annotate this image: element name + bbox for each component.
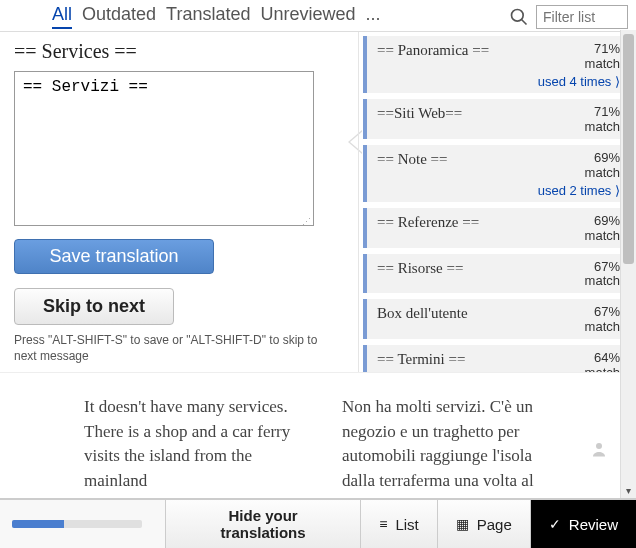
- tab-more[interactable]: ...: [366, 4, 381, 29]
- suggestion-item[interactable]: == Note == 69%match used 2 times ⟩: [363, 145, 628, 202]
- save-translation-button[interactable]: Save translation: [14, 239, 214, 274]
- review-button[interactable]: ✓ Review: [530, 500, 636, 548]
- page-view-button[interactable]: ▦ Page: [437, 500, 530, 548]
- hide-translations-button[interactable]: Hide your translations: [165, 500, 360, 548]
- progress-bar: [0, 500, 165, 548]
- skip-to-next-button[interactable]: Skip to next: [14, 288, 174, 325]
- source-text: == Services ==: [14, 40, 344, 63]
- suggestion-score: 69%match: [579, 214, 620, 244]
- resize-handle-icon[interactable]: ⋰: [302, 217, 310, 227]
- suggestion-score: 71%match: [579, 42, 620, 72]
- list-icon: ≡: [379, 516, 387, 532]
- scroll-down-icon[interactable]: ▾: [621, 482, 636, 498]
- suggestion-score: 67%match: [579, 260, 620, 290]
- suggestions-list[interactable]: == Panoramica == 71%match used 4 times ⟩…: [358, 32, 636, 372]
- suggestion-score: 69%match: [579, 151, 620, 181]
- scrollbar[interactable]: ▾: [620, 30, 636, 498]
- filter-input[interactable]: [536, 5, 628, 29]
- suggestion-used-link[interactable]: used 4 times ⟩: [377, 74, 620, 89]
- user-avatar-icon: [590, 440, 608, 458]
- suggestion-text: == Referenze ==: [377, 214, 479, 231]
- suggestion-item[interactable]: ==Siti Web== 71%match: [363, 99, 628, 139]
- tab-unreviewed[interactable]: Unreviewed: [260, 4, 355, 29]
- suggestion-text: ==Siti Web==: [377, 105, 462, 122]
- suggestion-item[interactable]: == Panoramica == 71%match used 4 times ⟩: [363, 36, 628, 93]
- review-label: Review: [569, 516, 618, 533]
- suggestion-score: 64%match: [579, 351, 620, 372]
- search-icon[interactable]: [508, 6, 530, 28]
- svg-point-0: [512, 9, 524, 21]
- suggestion-item[interactable]: == Referenze == 69%match: [363, 208, 628, 248]
- svg-point-2: [596, 443, 602, 449]
- translation-input[interactable]: [14, 71, 314, 226]
- grid-icon: ▦: [456, 516, 469, 532]
- suggestion-text: == Panoramica ==: [377, 42, 489, 59]
- context-source: It doesn't have many services. There is …: [84, 395, 294, 484]
- suggestion-item[interactable]: == Risorse == 67%match: [363, 254, 628, 294]
- suggestion-score: 71%match: [579, 105, 620, 135]
- page-label: Page: [477, 516, 512, 533]
- check-icon: ✓: [549, 516, 561, 532]
- context-target: Non ha molti servizi. C'è un negozio e u…: [342, 395, 552, 484]
- hide-translations-label: Hide your translations: [184, 507, 342, 542]
- tab-translated[interactable]: Translated: [166, 4, 250, 29]
- list-label: List: [395, 516, 418, 533]
- suggestion-used-link[interactable]: used 2 times ⟩: [377, 183, 620, 198]
- suggestion-item[interactable]: Box dell'utente 67%match: [363, 299, 628, 339]
- suggestion-text: Box dell'utente: [377, 305, 468, 322]
- scrollbar-thumb[interactable]: [623, 34, 634, 264]
- suggestion-text: == Risorse ==: [377, 260, 463, 277]
- shortcut-hint: Press "ALT-SHIFT-S" to save or "ALT-SHIF…: [14, 333, 334, 364]
- tab-all[interactable]: All: [52, 4, 72, 29]
- svg-line-1: [522, 19, 527, 24]
- list-view-button[interactable]: ≡ List: [360, 500, 437, 548]
- suggestion-text: == Termini ==: [377, 351, 465, 368]
- tab-outdated[interactable]: Outdated: [82, 4, 156, 29]
- suggestion-item[interactable]: == Termini == 64%match: [363, 345, 628, 372]
- suggestion-text: == Note ==: [377, 151, 448, 168]
- suggestion-score: 67%match: [579, 305, 620, 335]
